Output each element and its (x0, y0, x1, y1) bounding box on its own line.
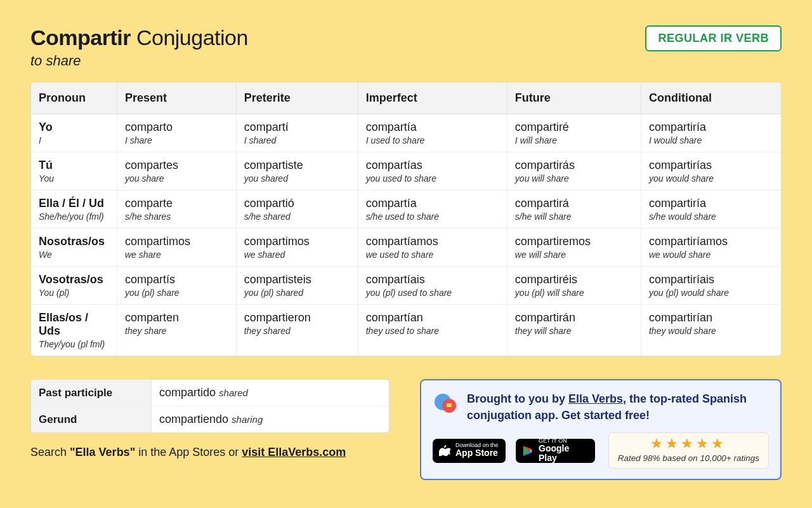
conjugation-cell: compartesyou share (117, 152, 237, 190)
conjugation-cell: compartíaisyou (pl) used to share (358, 267, 508, 305)
column-header: Present (117, 83, 237, 114)
conjugation-cell: compartíI shared (237, 114, 358, 152)
conjugation-table: PronounPresentPreteriteImperfectFutureCo… (30, 82, 782, 356)
star-icon: ★★★★★ (618, 437, 759, 451)
search-hint: Search "Ella Verbs" in the App Stores or… (30, 446, 390, 459)
conjugation-cell: compartiríanthey would share (641, 305, 781, 356)
table-row: Ella / Él / UdShe/he/you (fml)compartes/… (31, 190, 781, 229)
conjugation-cell: compartíamoswe used to share (358, 229, 508, 267)
promo-card: Brought to you by Ella Verbs, the top-ra… (420, 379, 782, 480)
conjugation-cell: compartieronthey shared (237, 305, 358, 356)
pronoun-cell: YoI (31, 114, 117, 152)
conjugation-cell: compartiránthey will share (508, 305, 641, 356)
pronoun-cell: TúYou (31, 152, 117, 190)
conjugation-cell: compartiremoswe will share (508, 229, 641, 267)
conjugation-cell: compartirías/he would share (641, 190, 781, 229)
table-row: Nosotras/osWecompartimoswe sharecomparti… (31, 229, 781, 267)
pronoun-cell: Ella / Él / UdShe/he/you (fml) (31, 190, 117, 229)
visit-site-link[interactable]: visit EllaVerbs.com (242, 446, 346, 458)
conjugation-cell: compartísyou (pl) share (117, 267, 237, 305)
table-row: Past participlecompartido shared (31, 380, 389, 406)
conjugation-cell: compartiríasyou would share (641, 152, 781, 190)
verb-type-badge: REGULAR IR VERB (645, 25, 782, 51)
conjugation-cell: compartías/he used to share (358, 190, 508, 229)
svg-rect-2 (447, 403, 452, 407)
pronoun-cell: Nosotras/osWe (31, 229, 117, 267)
page-title: Compartir Conjugation (30, 25, 248, 50)
column-header: Preterite (237, 83, 358, 114)
conjugation-cell: compartiríaisyou (pl) would share (641, 267, 781, 305)
conjugation-cell: compartes/he shares (117, 190, 237, 229)
conjugation-cell: compartenthey share (117, 305, 237, 356)
conjugation-cell: compartiríaI would share (641, 114, 781, 152)
participle-value: compartido shared (152, 380, 389, 406)
title-translation: to share (30, 53, 248, 69)
conjugation-cell: compartiréisyou (pl) will share (508, 267, 641, 305)
table-row: TúYoucompartesyou sharecompartisteyou sh… (31, 152, 781, 190)
title-verb: Compartir (30, 25, 131, 50)
pronoun-cell: Vosotras/osYou (pl) (31, 267, 117, 305)
participle-value: compartiendo sharing (152, 406, 389, 432)
participle-label: Gerund (31, 406, 152, 432)
participle-table: Past participlecompartido sharedGerundco… (30, 379, 390, 433)
apple-icon (439, 444, 450, 457)
conjugation-cell: compartisteyou shared (237, 152, 358, 190)
participle-label: Past participle (31, 380, 152, 406)
pronoun-cell: Ellas/os / UdsThey/you (pl fml) (31, 305, 117, 356)
conjugation-cell: compartimoswe shared (237, 229, 358, 267)
conjugation-cell: compartoI share (117, 114, 237, 152)
appstore-badge[interactable]: Download on the App Store (433, 439, 506, 463)
conjugation-cell: compartiríamoswe would share (641, 229, 781, 267)
promo-text: Brought to you by Ella Verbs, the top-ra… (467, 391, 769, 424)
conjugation-cell: compartiós/he shared (237, 190, 358, 229)
table-row: Vosotras/osYou (pl)compartísyou (pl) sha… (31, 267, 781, 305)
table-row: Ellas/os / UdsThey/you (pl fml)comparten… (31, 305, 781, 356)
table-row: Gerundcompartiendo sharing (31, 406, 389, 432)
table-row: YoIcompartoI sharecompartíI sharedcompar… (31, 114, 781, 152)
conjugation-cell: compartisteisyou (pl) shared (237, 267, 358, 305)
column-header: Pronoun (31, 83, 117, 114)
conjugation-cell: compartíaI used to share (358, 114, 508, 152)
google-play-icon (522, 445, 534, 457)
rating-box: ★★★★★ Rated 98% based on 10,000+ ratings (608, 432, 769, 469)
title-word: Conjugation (131, 25, 248, 50)
rating-text: Rated 98% based on 10,000+ ratings (618, 453, 759, 463)
conjugation-cell: compartirásyou will share (508, 152, 641, 190)
app-icon (433, 391, 458, 416)
google-play-badge[interactable]: GET IT ON Google Play (516, 439, 595, 463)
column-header: Conditional (641, 83, 781, 114)
column-header: Future (508, 83, 641, 114)
conjugation-cell: compartíasyou used to share (358, 152, 508, 190)
conjugation-cell: compartimoswe share (117, 229, 237, 267)
conjugation-cell: compartirás/he will share (508, 190, 641, 229)
conjugation-cell: compartíanthey used to share (358, 305, 508, 356)
ella-verbs-link[interactable]: Ella Verbs (568, 392, 623, 405)
conjugation-cell: compartiréI will share (508, 114, 641, 152)
title-block: Compartir Conjugation to share (30, 25, 248, 69)
column-header: Imperfect (358, 83, 508, 114)
